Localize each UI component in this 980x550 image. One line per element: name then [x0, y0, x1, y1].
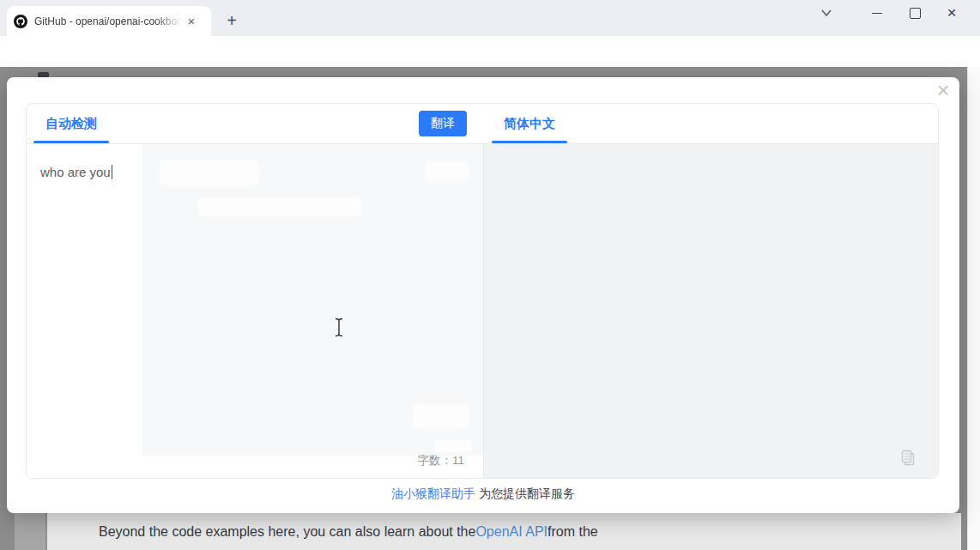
word-count-value: 11	[452, 454, 464, 467]
source-tab-underline	[33, 141, 109, 143]
browser-titlebar: GitHub - openai/openai-cookbook × + ×	[0, 0, 980, 36]
paragraph-text-after: from the	[547, 524, 598, 540]
word-count: 字数：11	[417, 453, 464, 468]
translator-card: 自动检测 翻译 简体中文 who are you 字数：11	[26, 103, 939, 479]
openai-api-link[interactable]: OpenAI API	[475, 524, 547, 540]
page-content-strip: Beyond the code examples here, you can a…	[15, 513, 961, 550]
new-tab-button[interactable]: +	[220, 9, 244, 33]
translator-body: who are you 字数：11	[27, 144, 938, 478]
source-text-value: who are you	[40, 165, 111, 179]
window-minimize-button[interactable]	[864, 2, 890, 24]
dialog-footer: 油小猴翻译助手为您提供翻译服务	[7, 487, 959, 502]
copy-result-icon[interactable]	[899, 450, 916, 471]
ghost-block	[160, 160, 258, 185]
target-tab-underline	[492, 141, 567, 143]
paragraph-text-before: Beyond the code examples here, you can a…	[99, 524, 475, 540]
github-favicon-icon	[14, 15, 27, 28]
text-caret	[112, 165, 113, 179]
ghost-block	[434, 440, 473, 452]
source-text-pane[interactable]: who are you 字数：11	[27, 144, 483, 478]
translator-dialog: × 自动检测 翻译 简体中文 who are you 字数：11	[7, 77, 959, 513]
translator-brand-link[interactable]: 油小猴翻译助手	[391, 487, 475, 500]
target-language-tab[interactable]: 简体中文	[492, 104, 567, 143]
browser-tab[interactable]: GitHub - openai/openai-cookbook ×	[7, 6, 211, 36]
browser-toolbar: ← → github.com/openai/openai-cookbook ☆ …	[0, 36, 980, 67]
source-language-tab[interactable]: 自动检测	[33, 104, 109, 143]
word-count-label: 字数：	[417, 454, 452, 467]
page-margin	[15, 513, 45, 550]
source-text-input[interactable]: who are you	[40, 165, 112, 179]
footer-service-text: 为您提供翻译服务	[479, 487, 575, 500]
ibeam-cursor	[333, 317, 345, 341]
readme-paragraph: Beyond the code examples here, you can a…	[47, 513, 961, 550]
tab-title: GitHub - openai/openai-cookbook	[34, 15, 182, 27]
ghost-block	[198, 197, 361, 216]
translate-button[interactable]: 翻译	[419, 111, 467, 136]
tab-close-icon[interactable]: ×	[184, 14, 199, 28]
tab-search-chevron-icon[interactable]	[814, 2, 839, 24]
ghost-block	[413, 404, 469, 428]
window-close-button[interactable]: ×	[939, 2, 965, 24]
translation-result-pane	[484, 144, 938, 478]
window-maximize-button[interactable]	[902, 2, 928, 24]
page-scrollbar[interactable]	[967, 67, 980, 550]
page-bleedthrough	[142, 144, 483, 456]
ghost-block	[426, 161, 469, 182]
dialog-close-icon[interactable]: ×	[930, 77, 956, 103]
translator-header: 自动检测 翻译 简体中文	[27, 104, 938, 144]
